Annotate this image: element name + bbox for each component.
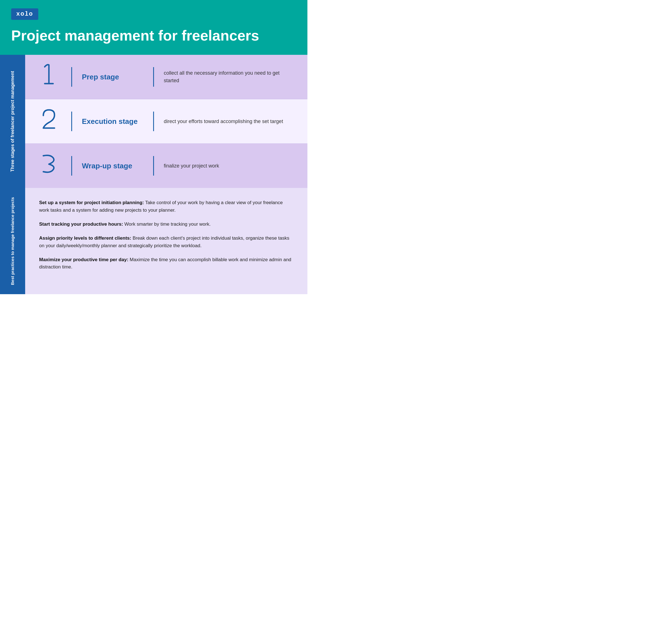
stage-divider2-1 <box>153 67 154 87</box>
stage-number-3 <box>36 151 62 180</box>
stage-divider-1 <box>71 67 72 87</box>
stage-divider2-2 <box>153 112 154 131</box>
stage-name-1: Prep stage <box>82 73 143 82</box>
practices-sidebar: Best practices to manage freelance proje… <box>0 188 25 294</box>
stages-section: Three stages of freelancer project manag… <box>0 55 307 188</box>
practice-bold-2: Start tracking your productive hours: <box>39 222 123 227</box>
practice-item-3: Assign priority levels to different clie… <box>39 235 293 249</box>
practices-section: Best practices to manage freelance proje… <box>0 188 307 294</box>
stage-row-1: Prep stage collect all the necessary inf… <box>25 55 307 99</box>
content-area: Three stages of freelancer project manag… <box>0 55 307 294</box>
stages-sidebar: Three stages of freelancer project manag… <box>0 55 25 188</box>
logo-text: xolo <box>16 11 33 17</box>
page-title: Project management for freelancers <box>11 28 296 44</box>
stage-name-3: Wrap-up stage <box>82 162 143 170</box>
stage-number-2 <box>36 107 62 136</box>
stage-desc-2: direct your efforts toward accomplishing… <box>164 118 296 125</box>
stages-sidebar-label: Three stages of freelancer project manag… <box>10 71 16 172</box>
stages-content: Prep stage collect all the necessary inf… <box>25 55 307 188</box>
stage-desc-3: finalize your project work <box>164 162 296 170</box>
practice-bold-1: Set up a system for project initiation p… <box>39 200 144 205</box>
stage-divider2-3 <box>153 156 154 176</box>
practice-bold-4: Maximize your productive time per day: <box>39 257 128 262</box>
practice-item-4: Maximize your productive time per day: M… <box>39 256 293 271</box>
practices-sidebar-label: Best practices to manage freelance proje… <box>10 197 15 285</box>
stage-number-1 <box>36 63 62 91</box>
practice-item-2: Start tracking your productive hours: Wo… <box>39 221 293 228</box>
logo-box: xolo <box>11 8 38 20</box>
practice-text-2: Work smarter by time tracking your work. <box>123 222 211 227</box>
stage-row-3: Wrap-up stage finalize your project work <box>25 144 307 188</box>
stage-divider-2 <box>71 112 72 131</box>
header: xolo Project management for freelancers <box>0 0 307 55</box>
stage-row-2: Execution stage direct your efforts towa… <box>25 99 307 144</box>
stage-divider-3 <box>71 156 72 176</box>
practice-bold-3: Assign priority levels to different clie… <box>39 235 131 241</box>
stage-desc-1: collect all the necessary information yo… <box>164 69 296 85</box>
practices-content: Set up a system for project initiation p… <box>25 188 307 294</box>
practice-item-1: Set up a system for project initiation p… <box>39 199 293 214</box>
stage-name-2: Execution stage <box>82 117 143 126</box>
